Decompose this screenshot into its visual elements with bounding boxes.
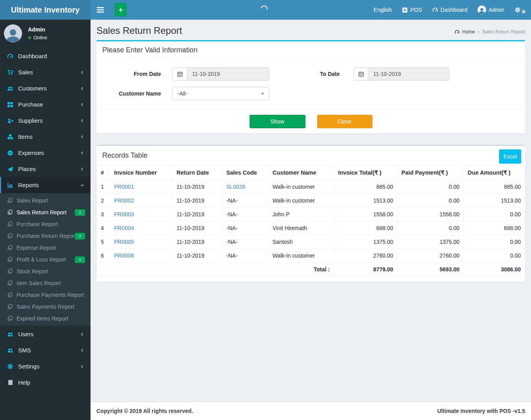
show-button[interactable]: Show	[250, 115, 305, 128]
submenu-sales-return-report[interactable]: Sales Return Report ☆	[0, 206, 91, 218]
app-window: Ultimate Inventory + English POS Dashboa…	[0, 0, 531, 420]
invoice-link[interactable]: PR0003	[114, 211, 134, 217]
table-header-row: # Invoice Number Return Date Sales Code …	[97, 166, 525, 180]
submenu-expired-items-report[interactable]: Expired Items Report	[0, 313, 91, 324]
submenu-profit-loss-report[interactable]: Profit & Loss Report ☆	[0, 254, 91, 265]
to-date-input[interactable]	[368, 68, 449, 80]
star-badge: ☆	[75, 233, 85, 239]
col-return-date: Return Date	[172, 166, 222, 180]
sidebar-item-places[interactable]: Places	[0, 161, 91, 177]
nav-settings[interactable]	[509, 0, 531, 20]
chevron-left-icon	[80, 118, 85, 123]
table-row: 2 PR0002 11-10-2019 -NA- Walk-in custome…	[97, 194, 525, 208]
footer-copyright: Copyright © 2019 All rights reserved.	[96, 408, 193, 414]
nav-pos[interactable]: POS	[397, 0, 427, 20]
submenu-purchase-report[interactable]: Purchase Report	[0, 218, 91, 230]
invoice-link[interactable]: PR0004	[114, 225, 134, 231]
submenu-sales-report[interactable]: Sales Report	[0, 195, 91, 206]
sidebar-item-customers[interactable]: Customers	[0, 80, 91, 96]
main-content: Please Enter Valid Information From Date…	[91, 40, 531, 282]
records-box: Records Table Excel # Invoice Number Ret…	[96, 145, 525, 282]
person-icon	[478, 7, 485, 14]
from-date-label: From Date	[96, 71, 172, 77]
submenu-purchase-payments-report[interactable]: Purchase Payments Report	[0, 289, 91, 301]
users-icon	[7, 85, 14, 92]
paper-plane-icon	[7, 166, 14, 172]
close-button[interactable]: Close	[317, 115, 372, 128]
sidebar-item-users[interactable]: Users	[0, 326, 91, 342]
sidebar-menu-bottom: Users SMS Settings Help	[0, 326, 91, 391]
invoice-link[interactable]: PR0002	[114, 197, 134, 204]
footer-version: Ultimate Inventory with POS -v1.5	[437, 408, 525, 414]
invoice-link[interactable]: PR0006	[114, 252, 134, 259]
user-avatar	[4, 24, 22, 42]
sidebar-item-suppliers[interactable]: Suppliers	[0, 112, 91, 129]
submenu-sales-payments-report[interactable]: Sales Payments Report	[0, 301, 91, 313]
app-brand[interactable]: Ultimate Inventory	[0, 0, 91, 20]
total-invoice: 8779.00	[334, 263, 397, 276]
sidebar-item-purchase[interactable]: Purchase	[0, 96, 91, 112]
customer-name-select[interactable]: -All-	[172, 87, 269, 100]
sidebar-item-sales[interactable]: Sales	[0, 64, 91, 80]
quick-add-button[interactable]: +	[115, 3, 126, 17]
filter-box-header: Please Enter Valid Information	[96, 41, 525, 59]
online-dot-icon	[28, 36, 31, 39]
breadcrumb-home[interactable]: Home	[462, 29, 475, 35]
sidebar-item-settings[interactable]: Settings	[0, 358, 91, 374]
sidebar-item-help[interactable]: Help	[0, 374, 91, 391]
copy-icon	[7, 221, 13, 227]
customer-name-label: Customer Name	[96, 90, 172, 97]
nav-dashboard[interactable]: Dashboard	[427, 0, 473, 20]
sidebar-item-items[interactable]: Items	[0, 129, 91, 145]
nav-user-menu[interactable]: Admin	[472, 0, 509, 20]
copy-icon	[7, 245, 13, 251]
records-box-title: Records Table	[102, 151, 519, 160]
sidebar-item-expenses[interactable]: Expenses	[0, 145, 91, 161]
copy-icon	[7, 292, 13, 298]
calendar-icon[interactable]	[173, 68, 187, 80]
bar-chart-icon	[7, 182, 14, 188]
copy-icon	[7, 269, 13, 274]
col-customer-name: Customer Name	[268, 166, 334, 180]
table-row: 6 PR0006 11-10-2019 -NA- Walk-in custome…	[97, 249, 525, 263]
caret-down-icon	[261, 93, 264, 95]
to-date-label: To Date	[269, 71, 353, 77]
submenu-item-sales-report[interactable]: Item Sales Report	[0, 277, 91, 289]
sales-code-link[interactable]: SL0028	[226, 184, 245, 190]
top-navbar: + English POS Dashboard Admin	[91, 0, 531, 20]
total-label: Total :	[97, 263, 334, 276]
table-row: 3 PR0003 11-10-2019 -NA- John P 1558.00 …	[97, 208, 525, 221]
cog-small-icon	[522, 9, 526, 14]
sidebar-user-name: Admin	[28, 26, 47, 33]
sidebar-item-sms[interactable]: SMS	[0, 342, 91, 358]
sidebar-menu: Dashboard Sales Customers Purchase Suppl…	[0, 48, 91, 193]
cogs-icon	[7, 363, 14, 370]
sidebar-item-dashboard[interactable]: Dashboard	[0, 48, 91, 64]
content-header: Sales Return Report Home > Sales Return …	[91, 20, 531, 40]
submenu-expense-report[interactable]: Expense Report	[0, 242, 91, 254]
records-box-header: Records Table Excel	[96, 146, 525, 165]
copy-icon	[7, 304, 13, 309]
chevron-left-icon	[80, 102, 85, 107]
users-icon	[7, 331, 14, 337]
sidebar-user-status: Online	[28, 35, 47, 41]
from-date-input[interactable]	[187, 68, 269, 80]
grid-icon	[7, 101, 14, 108]
page-title: Sales Return Report	[96, 25, 182, 36]
person-icon	[5, 27, 21, 42]
sidebar-item-reports[interactable]: Reports	[0, 177, 91, 193]
copy-icon	[7, 280, 13, 286]
col-invoice-total: Invoice Total(₹ )	[334, 166, 397, 180]
sidebar-toggle-icon[interactable]	[91, 0, 110, 20]
invoice-link[interactable]: PR0005	[114, 239, 134, 245]
chevron-left-icon	[80, 364, 85, 369]
invoice-link[interactable]: PR0001	[114, 184, 134, 190]
submenu-purchase-return-report[interactable]: Purchase Return Report ☆	[0, 230, 91, 242]
calendar-icon[interactable]	[354, 68, 368, 80]
nav-language[interactable]: English	[368, 0, 397, 20]
col-paid-payment: Paid Payment(₹ )	[397, 166, 464, 180]
content-wrapper: Sales Return Report Home > Sales Return …	[91, 20, 531, 420]
submenu-stock-report[interactable]: Stock Report	[0, 265, 91, 277]
excel-export-button[interactable]: Excel	[499, 149, 521, 164]
filter-box: Please Enter Valid Information From Date…	[96, 40, 525, 134]
